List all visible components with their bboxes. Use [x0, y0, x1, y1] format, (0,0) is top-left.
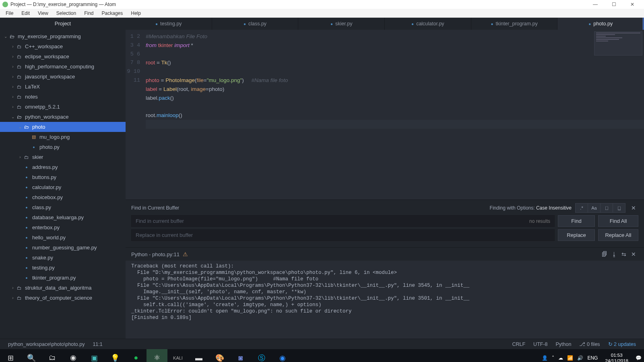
- window-title: Project — D:\my_exercise_programming — A…: [10, 2, 116, 7]
- volume-tray-icon[interactable]: 🔊: [577, 355, 583, 361]
- editor-area: ●testing.py●class.py●skier.py●calculator…: [126, 18, 644, 339]
- chevron-up-icon[interactable]: ˄: [552, 355, 554, 361]
- tree-file-address-py[interactable]: address.py: [0, 162, 126, 172]
- people-tray-icon[interactable]: 👤: [542, 355, 548, 361]
- menu-help[interactable]: Help: [127, 10, 145, 17]
- case-toggle[interactable]: Aa: [588, 203, 601, 213]
- status-updates[interactable]: ↻ 2 updates: [604, 341, 640, 347]
- search-button[interactable]: 🔍: [21, 349, 42, 362]
- code-editor[interactable]: 1 2 3 4 5 6 7 8 9 10 11 #Menambahkan Fil…: [126, 30, 644, 200]
- zoom-taskbar-icon[interactable]: ◉: [272, 349, 293, 362]
- maximize-button[interactable]: ☐: [605, 2, 623, 7]
- status-encoding[interactable]: UTF-8: [529, 341, 551, 347]
- status-cursor[interactable]: 11:1: [89, 341, 106, 347]
- find-input[interactable]: Find in current buffer no results: [131, 215, 555, 227]
- close-button[interactable]: ✕: [623, 2, 642, 7]
- status-git[interactable]: ⎇ 0 files: [575, 341, 604, 347]
- menu-edit[interactable]: Edit: [17, 10, 34, 17]
- tree-file-class-py[interactable]: class.py: [0, 202, 126, 212]
- spotify-taskbar-icon[interactable]: ●: [126, 349, 147, 362]
- terminal-taskbar-icon[interactable]: ▬: [188, 349, 209, 362]
- tree-folder-LaTeX[interactable]: ›LaTeX: [0, 82, 126, 92]
- close-find-icon[interactable]: ✕: [629, 205, 638, 211]
- code-content[interactable]: #Menambahkan File Fotofrom tkinter impor…: [146, 30, 644, 200]
- start-button[interactable]: ⊞: [0, 349, 21, 362]
- menu-find[interactable]: Find: [80, 10, 97, 17]
- tree-file-hello_world-py[interactable]: hello_world.py: [0, 232, 126, 243]
- console-copy-icon[interactable]: 🗐: [600, 251, 609, 257]
- tree-folder-skier[interactable]: ›skier: [0, 152, 126, 162]
- tree-file-choicebox-py[interactable]: choicebox.py: [0, 192, 126, 202]
- system-tray[interactable]: 👤 ˄ ☁ 📶 🔊 ENG 01:53 24/11/2018 💬: [542, 352, 644, 362]
- console-download-icon[interactable]: ⭳: [609, 251, 619, 257]
- explorer-taskbar-icon[interactable]: 🗂: [42, 349, 63, 362]
- tree-folder-notes[interactable]: ›notes: [0, 92, 126, 102]
- tree-root[interactable]: ⌄my_exercise_programming: [0, 31, 126, 41]
- selection-toggle[interactable]: ⎕: [600, 203, 613, 213]
- windows-taskbar: ⊞ 🔍 🗂 ◉ ▣ 💡 ● ⚛ KALI ▬ 🎨 ◙ Ⓢ ◉ 👤 ˄ ☁ 📶 🔊…: [0, 349, 644, 362]
- wholeword-toggle[interactable]: ⎕̲: [613, 203, 625, 213]
- console-close-icon[interactable]: ✕: [629, 251, 638, 257]
- tab-tkinter_program-py[interactable]: ●tkinter_program.py: [471, 18, 558, 30]
- menu-view[interactable]: View: [34, 10, 52, 17]
- tree-file-testing-py[interactable]: testing.py: [0, 263, 126, 273]
- tab-class-py[interactable]: ●class.py: [212, 18, 299, 30]
- onedrive-tray-icon[interactable]: ☁: [558, 355, 563, 361]
- tree-folder-javascript_workspace[interactable]: ›javascript_workspace: [0, 72, 126, 82]
- tree-file-database_keluarga-py[interactable]: database_keluarga.py: [0, 212, 126, 222]
- skype-taskbar-icon[interactable]: Ⓢ: [251, 349, 272, 362]
- status-eol[interactable]: CRLF: [508, 341, 529, 347]
- replace-input[interactable]: Replace in current buffer: [131, 229, 555, 241]
- app1-taskbar-icon[interactable]: 🎨: [209, 349, 230, 362]
- tree-file-calculator-py[interactable]: calculator.py: [0, 182, 126, 192]
- status-path[interactable]: python_workspace\photo\photo.py: [4, 341, 89, 347]
- tree-file-snake-py[interactable]: snake.py: [0, 253, 126, 263]
- tree-file-photo-py[interactable]: photo.py: [0, 142, 126, 152]
- menu-bar: FileEditViewSelectionFindPackagesHelp: [0, 9, 644, 18]
- console-settings-icon[interactable]: ⇆: [619, 251, 629, 257]
- taskbar-clock[interactable]: 01:53 24/11/2018: [602, 352, 632, 362]
- chrome-taskbar-icon[interactable]: ◉: [63, 349, 84, 362]
- tab-calculator-py[interactable]: ●calculator.py: [385, 18, 471, 30]
- tab-skier-py[interactable]: ●skier.py: [298, 18, 385, 30]
- minimap[interactable]: [594, 31, 642, 56]
- discord-taskbar-icon[interactable]: ◙: [230, 349, 251, 362]
- menu-file[interactable]: File: [2, 10, 17, 17]
- tree-folder-C++_workspace[interactable]: ›C++_workspace: [0, 41, 126, 51]
- find-button[interactable]: Find: [558, 215, 595, 227]
- tree-folder-high_performance_computing[interactable]: ›high_performance_computing: [0, 62, 126, 72]
- tree-file-mu_logo-png[interactable]: mu_logo.png: [0, 132, 126, 142]
- regex-toggle[interactable]: .*: [575, 203, 588, 213]
- atom-taskbar-icon[interactable]: ⚛: [147, 349, 167, 362]
- tree-file-tkinter_program-py[interactable]: tkinter_program.py: [0, 273, 126, 283]
- project-sidebar: Project ⌄my_exercise_programming›C++_wor…: [0, 18, 126, 339]
- replace-button[interactable]: Replace: [558, 229, 595, 241]
- tree-folder-struktur_data_dan_algoritma[interactable]: ›struktur_data_dan_algoritma: [0, 283, 126, 293]
- tab-photo-py[interactable]: ●photo.py: [557, 18, 644, 30]
- tree-file-buttons-py[interactable]: buttons.py: [0, 172, 126, 182]
- tree-folder-theory_of_computer_science[interactable]: ›theory_of_computer_science: [0, 293, 126, 303]
- menu-packages[interactable]: Packages: [98, 10, 127, 17]
- tree-folder-eclipse_workspace[interactable]: ›eclipse_workspace: [0, 51, 126, 62]
- tab-testing-py[interactable]: ●testing.py: [126, 18, 212, 30]
- nox-taskbar-icon[interactable]: ▣: [84, 349, 105, 362]
- notifications-tray-icon[interactable]: 💬: [636, 355, 642, 361]
- menu-selection[interactable]: Selection: [52, 10, 80, 17]
- tree-folder-photo[interactable]: ⌄photo: [0, 122, 126, 132]
- file-tree[interactable]: ⌄my_exercise_programming›C++_workspace›e…: [0, 30, 126, 339]
- tree-file-enterbox-py[interactable]: enterbox.py: [0, 222, 126, 232]
- status-language[interactable]: Python: [552, 341, 576, 347]
- tips-taskbar-icon[interactable]: 💡: [105, 349, 126, 362]
- wifi-tray-icon[interactable]: 📶: [567, 355, 573, 361]
- console-output[interactable]: Traceback (most recent call last): File …: [126, 261, 644, 339]
- tree-file-number_guessing_game-py[interactable]: number_guessing_game.py: [0, 243, 126, 253]
- minimize-button[interactable]: —: [586, 2, 605, 7]
- console-title: Python - photo.py:11: [131, 251, 180, 257]
- tree-folder-python-workspace[interactable]: ⌄python_workspace: [0, 112, 126, 122]
- console-header: Python - photo.py:11 ⚠ 🗐 ⭳ ⇆ ✕: [126, 247, 644, 261]
- language-indicator[interactable]: ENG: [587, 355, 598, 361]
- kali-taskbar-icon[interactable]: KALI: [167, 349, 188, 362]
- tree-folder-omnetpp_5.2.1[interactable]: ›omnetpp_5.2.1: [0, 102, 126, 112]
- find-all-button[interactable]: Find All: [598, 215, 638, 227]
- replace-all-button[interactable]: Replace All: [598, 229, 638, 241]
